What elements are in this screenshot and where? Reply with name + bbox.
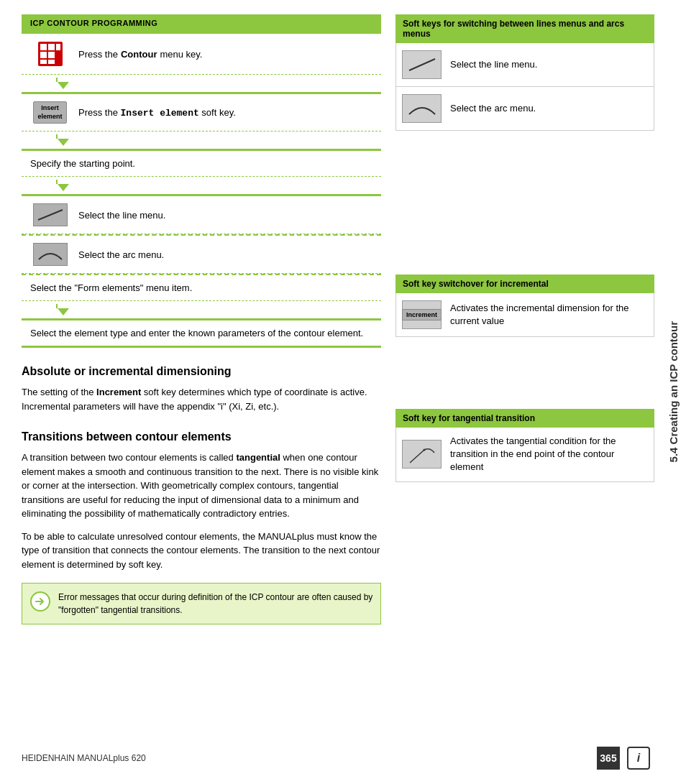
icp-step-4: Select the line menu. <box>22 196 381 234</box>
svg-line-9 <box>409 59 435 70</box>
right-tangential-header: Soft key for tangential transition <box>395 409 654 428</box>
icp-step-7: Select the element type and enter the kn… <box>22 320 381 346</box>
abs-inc-body: The setting of the Increment soft key de… <box>22 385 381 413</box>
tangential-svg <box>407 443 437 466</box>
softkey-tangential: Activates the tangential condition for t… <box>396 428 654 481</box>
tangential-bold: tangential <box>236 452 280 463</box>
arrow-2 <box>22 132 381 149</box>
step2-mono: Insert element <box>121 108 199 119</box>
softkey-line-icon <box>402 50 442 79</box>
softkey-increment: Increment Activates the incremental dime… <box>396 293 654 336</box>
icp-header: ICP CONTOUR PROGRAMMING <box>22 14 381 32</box>
step4-text: Select the line menu. <box>70 210 165 221</box>
arrow-1 <box>22 75 381 92</box>
green-line-bottom <box>22 346 381 348</box>
insert-element-icon: Insert element <box>30 101 70 124</box>
svg-rect-1 <box>40 44 47 50</box>
icp-step-2: Insert element Press the Insert element … <box>22 94 381 132</box>
right-inc-header-text: Soft key switchover for incremental <box>403 279 549 289</box>
line-icon <box>30 203 70 226</box>
left-column: ICP CONTOUR PROGRAMMING <box>22 14 381 770</box>
icp-step-3: Specify the starting point. <box>22 151 381 177</box>
softkey-arc: Select the arc menu. <box>396 87 654 130</box>
svg-line-10 <box>410 450 424 463</box>
note-text: Error messages that occur during definit… <box>58 591 373 617</box>
svg-point-11 <box>423 449 425 451</box>
softkey-tangential-text: Activates the tangential condition for t… <box>450 435 648 474</box>
icp-step-1: Press the Contour menu key. <box>22 34 381 75</box>
right-top-section: Soft keys for switching between lines me… <box>395 14 654 131</box>
svg-rect-5 <box>40 60 47 64</box>
spacer-2 <box>395 351 654 409</box>
softkey-increment-icon: Increment <box>402 300 442 329</box>
svg-rect-3 <box>40 52 47 58</box>
right-tangential-section: Soft key for tangential transition Ac <box>395 409 654 482</box>
transitions-body1: A transition between two contour element… <box>22 451 381 521</box>
grid-icon-svg <box>37 41 63 67</box>
svg-rect-6 <box>48 60 55 64</box>
note-arrow-svg <box>34 595 47 608</box>
info-icon: i <box>627 747 650 770</box>
right-top-header: Soft keys for switching between lines me… <box>395 14 654 43</box>
softkey-tangential-icon <box>402 440 442 469</box>
chapter-title-text: 5.4 Creating an ICP contour <box>667 321 680 462</box>
arc-svg <box>37 246 64 262</box>
softkey-increment-text: Activates the incremental dimension for … <box>450 302 648 328</box>
icp-header-text: ICP CONTOUR PROGRAMMING <box>30 19 157 27</box>
softkey-line-text: Select the line menu. <box>450 58 537 71</box>
right-column: Soft keys for switching between lines me… <box>395 14 654 770</box>
step2-text: Press the Insert element soft key. <box>70 107 236 119</box>
arc-icon-svg <box>407 98 437 119</box>
arc-icon <box>30 243 70 266</box>
arrow-3 <box>22 177 381 194</box>
right-top-header-text: Soft keys for switching between lines me… <box>403 19 624 39</box>
svg-rect-2 <box>48 44 55 50</box>
increment-bold: Increment <box>96 387 141 397</box>
transitions-title: Transitions between contour elements <box>22 430 381 443</box>
svg-rect-7 <box>56 44 60 50</box>
step5-text: Select the arc menu. <box>70 249 164 260</box>
softkey-arc-text: Select the arc menu. <box>450 102 536 115</box>
page-number: 365 <box>597 747 620 770</box>
right-tangential-header-text: Soft key for tangential transition <box>403 413 535 423</box>
contour-icon <box>30 41 70 67</box>
icp-step-5: Select the arc menu. <box>22 236 381 274</box>
right-tangential-softkeys: Activates the tangential condition for t… <box>395 428 654 482</box>
icp-block: ICP CONTOUR PROGRAMMING <box>22 14 381 348</box>
right-top-softkeys: Select the line menu. Select the arc men… <box>395 43 654 131</box>
right-inc-softkeys: Increment Activates the incremental dime… <box>395 293 654 337</box>
line-svg <box>37 207 64 223</box>
right-inc-section: Soft key switchover for incremental Incr… <box>395 275 654 337</box>
step1-bold: Contour <box>121 49 157 60</box>
chapter-label: 5.4 Creating an ICP contour <box>660 0 686 784</box>
footer-right: 365 i <box>597 747 650 770</box>
footer: HEIDENHAIN MANUALplus 620 365 i <box>22 747 650 770</box>
step1-text: Press the Contour menu key. <box>70 49 202 60</box>
spacer-1 <box>395 145 654 275</box>
abs-inc-section: Absolute or incremental dimensioning The… <box>22 365 381 413</box>
arrow-6 <box>22 301 381 318</box>
footer-brand: HEIDENHAIN MANUALplus 620 <box>22 753 146 763</box>
icp-step-6: Select the "Form elements" menu item. <box>22 275 381 301</box>
svg-line-8 <box>38 210 63 220</box>
right-inc-header: Soft key switchover for incremental <box>395 275 654 293</box>
transitions-section: Transitions between contour elements A t… <box>22 430 381 624</box>
transitions-body2: To be able to calculate unresolved conto… <box>22 530 381 572</box>
note-box: Error messages that occur during definit… <box>22 583 381 624</box>
softkey-line: Select the line menu. <box>396 43 654 87</box>
svg-rect-4 <box>48 52 55 58</box>
note-icon <box>29 591 51 612</box>
softkey-arc-icon <box>402 94 442 123</box>
line-icon-svg <box>407 55 437 75</box>
abs-inc-title: Absolute or incremental dimensioning <box>22 365 381 378</box>
